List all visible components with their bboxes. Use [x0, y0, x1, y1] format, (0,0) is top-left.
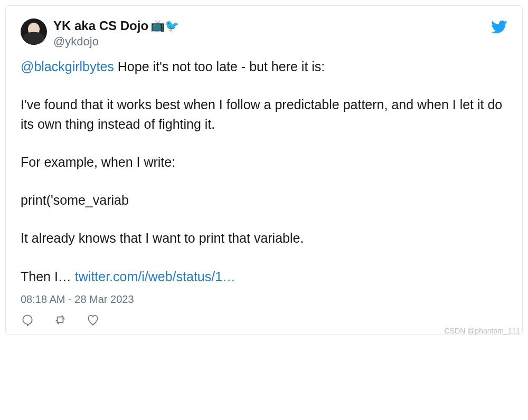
reply-icon[interactable] — [21, 313, 34, 327]
mention-link[interactable]: @blackgirlbytes — [21, 59, 114, 74]
tweet-text-5: It already knows that I want to print th… — [21, 228, 507, 247]
timestamp[interactable]: 08:18 AM - 28 Mar 2023 — [21, 293, 507, 306]
watermark: CSDN @phantom_111 — [445, 327, 520, 335]
expand-link[interactable]: twitter.com/i/web/status/1… — [75, 269, 235, 284]
tweet-text-6: Then I… — [21, 269, 75, 284]
avatar[interactable] — [21, 18, 47, 45]
tweet-body: @blackgirlbytes Hope it's not too late -… — [21, 57, 507, 286]
tweet-actions — [21, 311, 507, 327]
tweet-text-4: print('some_variab — [21, 190, 507, 209]
user-handle[interactable]: @ykdojo — [53, 35, 179, 49]
like-icon[interactable] — [86, 313, 100, 327]
display-name-emoji: 📺🐦 — [150, 19, 179, 33]
tweet-text-2: I've found that it works best when I fol… — [21, 95, 507, 133]
display-name-text: YK aka CS Dojo — [53, 18, 148, 34]
tweet-text-1: Hope it's not too late - but here it is: — [114, 59, 325, 74]
tweet-text-3: For example, when I write: — [21, 152, 507, 171]
tweet-card: YK aka CS Dojo 📺🐦 @ykdojo @blackgirlbyte… — [5, 5, 523, 335]
twitter-bird-icon[interactable] — [491, 18, 507, 35]
retweet-icon[interactable] — [53, 313, 67, 327]
display-name[interactable]: YK aka CS Dojo 📺🐦 — [53, 18, 179, 34]
user-info: YK aka CS Dojo 📺🐦 @ykdojo — [53, 18, 179, 49]
tweet-header: YK aka CS Dojo 📺🐦 @ykdojo — [21, 18, 507, 49]
